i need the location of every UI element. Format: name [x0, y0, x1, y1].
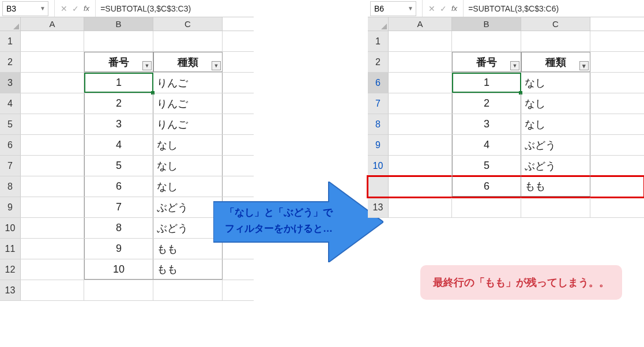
formula-input[interactable]: =SUBTOTAL(3,$C$3:C3) — [96, 4, 191, 13]
cell-type[interactable]: ぶどう — [521, 156, 590, 176]
cell[interactable] — [21, 280, 84, 300]
filter-dropdown-icon[interactable]: ▼ — [142, 61, 152, 70]
row-header[interactable]: 13 — [368, 198, 389, 217]
cell-type[interactable]: もも — [153, 239, 223, 259]
cell-num[interactable]: 4 — [452, 135, 521, 155]
cell[interactable] — [521, 31, 590, 51]
cell-num[interactable]: 1 — [84, 73, 153, 93]
row-header[interactable]: 2 — [368, 52, 389, 72]
cell[interactable] — [389, 198, 452, 217]
cell[interactable] — [21, 93, 84, 114]
col-header-c[interactable]: C — [153, 17, 223, 31]
cell-num[interactable]: 3 — [452, 114, 521, 134]
cell[interactable] — [389, 156, 452, 176]
cell-num[interactable]: 1 — [452, 73, 521, 93]
row-header[interactable]: 11 — [0, 239, 21, 259]
cell[interactable] — [21, 73, 84, 93]
cell[interactable] — [21, 259, 84, 280]
cell-type[interactable]: りんご — [153, 93, 223, 114]
cell[interactable] — [21, 197, 84, 217]
row-header[interactable]: 1 — [368, 31, 389, 51]
fx-icon[interactable]: fx — [84, 4, 89, 13]
cell-type[interactable]: りんご — [153, 114, 223, 134]
row-header[interactable]: 7 — [368, 93, 389, 114]
cell[interactable] — [521, 198, 590, 217]
cell-num[interactable]: 5 — [452, 156, 521, 176]
col-header-a[interactable]: A — [389, 17, 452, 31]
cell-num[interactable]: 6 — [452, 176, 521, 197]
cell-num[interactable]: 7 — [84, 197, 153, 217]
cell[interactable] — [21, 31, 84, 51]
cell[interactable] — [452, 198, 521, 217]
cell-type[interactable]: なし — [521, 93, 590, 114]
cell-type[interactable]: なし — [153, 176, 223, 197]
cell-type[interactable]: もも — [521, 176, 590, 197]
row-header[interactable]: 10 — [0, 218, 21, 238]
cell-num[interactable]: 5 — [84, 156, 153, 176]
cell-type[interactable]: なし — [521, 114, 590, 134]
dropdown-icon[interactable]: ▼ — [408, 5, 413, 12]
row-header[interactable]: 6 — [368, 73, 389, 93]
col-header-a[interactable]: A — [21, 17, 84, 31]
header-type[interactable]: 種類 ▼ — [153, 52, 223, 72]
cell-type[interactable]: なし — [521, 73, 590, 93]
cell-type[interactable]: なし — [153, 135, 223, 155]
cell[interactable] — [21, 239, 84, 259]
dropdown-icon[interactable]: ▼ — [40, 5, 46, 12]
row-header[interactable]: 13 — [0, 280, 21, 300]
name-box[interactable]: B6 ▼ — [370, 1, 416, 16]
cancel-icon[interactable]: ✕ — [428, 4, 435, 13]
header-num[interactable]: 番号 ▼ — [452, 52, 521, 72]
cell[interactable] — [21, 135, 84, 155]
cell[interactable] — [389, 93, 452, 114]
filter-active-icon[interactable]: ▾ — [579, 61, 589, 70]
select-all-corner[interactable] — [368, 17, 389, 31]
cancel-icon[interactable]: ✕ — [61, 4, 67, 13]
cell-type[interactable]: りんご — [153, 73, 223, 93]
cell[interactable] — [21, 52, 84, 72]
cell-num[interactable]: 2 — [84, 93, 153, 114]
accept-icon[interactable]: ✓ — [72, 4, 79, 13]
cell-num[interactable]: 2 — [452, 93, 521, 114]
cell[interactable] — [389, 114, 452, 134]
row-header[interactable]: 8 — [368, 114, 389, 134]
cell[interactable] — [389, 73, 452, 93]
cell-num[interactable]: 9 — [84, 239, 153, 259]
cell[interactable] — [452, 31, 521, 51]
row-header[interactable]: 9 — [368, 135, 389, 155]
cell-num[interactable]: 6 — [84, 176, 153, 197]
cell[interactable] — [389, 52, 452, 72]
row-header[interactable]: 2 — [0, 52, 21, 72]
cell[interactable] — [21, 218, 84, 238]
formula-input[interactable]: =SUBTOTAL(3,$C$3:C6) — [464, 4, 559, 13]
cell-num[interactable]: 10 — [84, 259, 153, 280]
filter-dropdown-icon[interactable]: ▼ — [510, 61, 519, 70]
row-header[interactable]: 4 — [0, 93, 21, 114]
col-header-b[interactable]: B — [84, 17, 153, 31]
cell[interactable] — [21, 114, 84, 134]
header-type[interactable]: 種類 ▾ — [521, 52, 590, 72]
filter-dropdown-icon[interactable]: ▼ — [212, 61, 221, 70]
row-header[interactable]: 9 — [0, 197, 21, 217]
cell[interactable] — [84, 31, 153, 51]
row-header[interactable]: 6 — [0, 135, 21, 155]
row-header[interactable] — [368, 176, 389, 197]
col-header-b[interactable]: B — [452, 17, 521, 31]
row-header[interactable]: 3 — [0, 73, 21, 93]
cell-num[interactable]: 8 — [84, 218, 153, 238]
row-header[interactable]: 5 — [0, 114, 21, 134]
row-header[interactable]: 10 — [368, 156, 389, 176]
cell[interactable] — [84, 280, 153, 300]
select-all-corner[interactable] — [0, 17, 21, 31]
row-header[interactable]: 12 — [0, 259, 21, 280]
cell[interactable] — [389, 135, 452, 155]
cell-type[interactable]: ぶどう — [153, 218, 223, 238]
row-header[interactable]: 1 — [0, 31, 21, 51]
accept-icon[interactable]: ✓ — [440, 4, 447, 13]
row-header[interactable]: 8 — [0, 176, 21, 197]
cell-type[interactable]: もも — [153, 259, 223, 280]
cell[interactable] — [21, 156, 84, 176]
cell[interactable] — [153, 280, 223, 300]
name-box[interactable]: B3 ▼ — [2, 1, 48, 16]
header-num[interactable]: 番号 ▼ — [84, 52, 153, 72]
